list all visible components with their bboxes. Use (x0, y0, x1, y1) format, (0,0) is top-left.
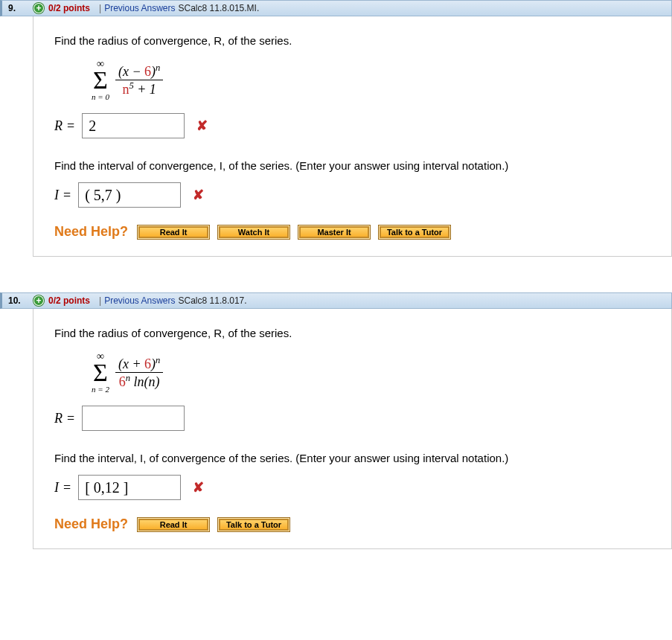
separator: | (99, 3, 101, 13)
i-label: I (54, 188, 59, 203)
need-help-label: Need Help? (54, 516, 128, 532)
question-body: Find the radius of convergence, R, of th… (33, 309, 672, 549)
prompt-interval: Find the interval, I, of convergence of … (54, 452, 650, 464)
prompt-interval: Find the interval of convergence, I, of … (54, 159, 650, 172)
help-button[interactable]: Talk to a Tutor (217, 517, 290, 532)
help-button[interactable]: Read It (137, 517, 210, 532)
question-header: 10. + 0/2 points | Previous Answers SCal… (0, 292, 672, 309)
sigma-icon: ∞ Σ n = 2 (92, 351, 109, 394)
question-header: 9. + 0/2 points | Previous Answers SCalc… (0, 0, 672, 16)
help-button[interactable]: Master It (298, 225, 371, 240)
equals-sign: = (63, 188, 71, 203)
series-expression: ∞ Σ n = 0 (x − 6)n n5 + 1 (92, 57, 650, 101)
interval-input[interactable]: ( 5,7 ) (78, 182, 181, 208)
question-body: Find the radius of convergence, R, of th… (33, 16, 672, 257)
help-row: Need Help?Read ItWatch ItMaster ItTalk t… (54, 224, 650, 240)
help-button[interactable]: Watch It (217, 225, 290, 240)
radius-answer-row: R = (54, 406, 650, 431)
previous-answers-link[interactable]: Previous Answers (104, 295, 175, 306)
incorrect-icon: ✘ (193, 187, 204, 203)
source-label: SCalc8 11.8.017. (179, 295, 247, 306)
fraction: (x − 6)n n5 + 1 (115, 63, 163, 97)
expand-icon[interactable]: + (33, 3, 44, 13)
interval-answer-row: I = [ 0,12 ] ✘ (54, 475, 650, 500)
radius-input[interactable] (82, 406, 185, 431)
interval-answer-row: I = ( 5,7 ) ✘ (54, 182, 650, 208)
points-label: 0/2 points (48, 295, 90, 306)
source-label: SCalc8 11.8.015.MI. (179, 3, 260, 13)
equals-sign: = (67, 411, 74, 426)
question-block: 9. + 0/2 points | Previous Answers SCalc… (0, 0, 672, 257)
series-expression: ∞ Σ n = 2 (x + 6)n 6n ln(n) (92, 350, 650, 394)
points-label: 0/2 points (48, 3, 90, 13)
sigma-icon: ∞ Σ n = 0 (92, 59, 109, 101)
help-button[interactable]: Talk to a Tutor (378, 225, 451, 240)
prompt-radius: Find the radius of convergence, R, of th… (54, 34, 650, 47)
expand-icon[interactable]: + (33, 295, 44, 306)
previous-answers-link[interactable]: Previous Answers (104, 3, 175, 13)
radius-input[interactable]: 2 (82, 113, 185, 138)
fraction: (x + 6)n 6n ln(n) (115, 355, 163, 390)
help-button[interactable]: Read It (137, 225, 210, 240)
incorrect-icon: ✘ (196, 118, 208, 134)
prompt-radius: Find the radius of convergence, R, of th… (54, 327, 650, 339)
radius-answer-row: R = 2 ✘ (54, 113, 650, 138)
i-label: I (54, 480, 59, 496)
interval-input[interactable]: [ 0,12 ] (78, 475, 181, 500)
question-number: 10. (8, 295, 33, 306)
separator: | (99, 295, 101, 306)
equals-sign: = (63, 480, 71, 496)
r-label: R (54, 411, 63, 426)
question-number: 9. (8, 3, 33, 13)
equals-sign: = (67, 118, 74, 134)
help-row: Need Help?Read ItTalk to a Tutor (54, 516, 650, 532)
r-label: R (54, 118, 63, 134)
incorrect-icon: ✘ (193, 479, 204, 496)
need-help-label: Need Help? (54, 224, 128, 240)
question-block: 10. + 0/2 points | Previous Answers SCal… (0, 292, 672, 549)
